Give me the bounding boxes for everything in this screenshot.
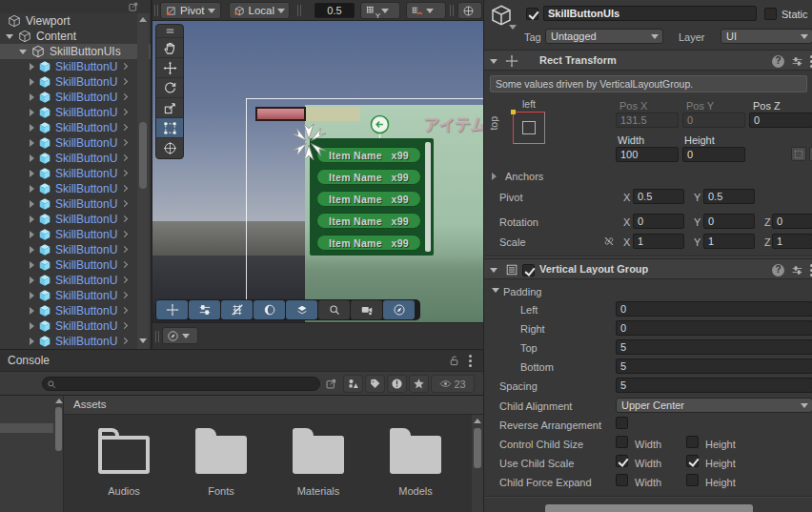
hierarchy-item-skillbutton[interactable]: SkillButtonU — [0, 74, 151, 90]
vertical-layout-group-header[interactable]: Vertical Layout Group — [484, 258, 812, 279]
anchor-preset-button[interactable] — [513, 112, 545, 144]
tag-icon[interactable] — [365, 375, 385, 393]
padding-bottom-field[interactable]: 5 — [616, 358, 812, 374]
width-field[interactable]: 100 — [616, 147, 679, 162]
foldout-icon[interactable] — [19, 50, 27, 54]
transform-tool-icon[interactable] — [156, 138, 183, 158]
hierarchy-item-skillbutton[interactable]: SkillButtonU — [0, 105, 151, 120]
item-list-scrollbar[interactable] — [425, 142, 431, 252]
prefab-arrow-icon[interactable] — [121, 322, 128, 329]
scene-camera-button[interactable] — [162, 327, 198, 344]
drag-handle[interactable] — [297, 5, 298, 16]
foldout-icon[interactable] — [30, 63, 34, 71]
prefab-arrow-icon[interactable] — [121, 124, 128, 131]
scroll-down-icon[interactable] — [139, 338, 147, 343]
gameobject-cube-icon[interactable] — [490, 4, 513, 27]
prefab-arrow-icon[interactable] — [121, 307, 128, 314]
back-button[interactable] — [370, 114, 390, 134]
lighting-icon[interactable] — [254, 300, 285, 319]
scale-tool-icon[interactable] — [156, 98, 183, 118]
child-alignment-dropdown[interactable]: Upper Center — [616, 398, 812, 413]
error-icon[interactable] — [387, 375, 407, 393]
project-folder-tree[interactable] — [0, 396, 53, 512]
hierarchy-item-skillbutton[interactable]: SkillButtonU — [0, 242, 151, 257]
lock-icon[interactable] — [448, 355, 460, 367]
force-width-checkbox[interactable] — [616, 474, 628, 486]
hierarchy-item-skillbutton[interactable]: SkillButtonU — [0, 257, 151, 273]
force-height-checkbox[interactable] — [686, 474, 699, 486]
scroll-up-icon[interactable] — [474, 419, 481, 423]
foldout-icon[interactable] — [30, 93, 34, 101]
console-search-input[interactable] — [42, 377, 320, 391]
reverse-arrangement-checkbox[interactable] — [616, 417, 628, 429]
prefab-arrow-icon[interactable] — [121, 185, 128, 192]
item-button[interactable]: Item Name x99 — [316, 191, 421, 207]
drag-handle[interactable] — [155, 331, 156, 342]
selected-folder-row[interactable] — [0, 423, 53, 433]
hand-tool-icon[interactable] — [156, 38, 183, 58]
help-icon[interactable] — [772, 55, 784, 68]
use-scale-height-checkbox[interactable] — [686, 455, 699, 467]
foldout-icon[interactable] — [30, 261, 34, 269]
prefab-arrow-icon[interactable] — [121, 338, 128, 344]
rotate-tool-icon[interactable] — [156, 78, 183, 98]
hierarchy-item-skillbuttonuis[interactable]: SkillButtonUIs — [0, 44, 151, 59]
foldout-icon[interactable] — [30, 322, 34, 330]
gizmo-toggle-button[interactable] — [457, 2, 482, 19]
foldout-icon[interactable] — [30, 200, 34, 208]
presets-icon[interactable] — [791, 264, 803, 276]
hierarchy-item-skillbutton[interactable]: SkillButtonU — [0, 303, 151, 318]
pivot-toggle-button[interactable]: Pivot — [160, 2, 221, 19]
hierarchy-item-skillbutton[interactable]: SkillButtonU — [0, 212, 151, 227]
scene-view[interactable]: アイテム Item Name x99 Item Name x99 Item Na… — [152, 0, 483, 349]
drag-handle[interactable] — [154, 5, 155, 16]
pos-z-field[interactable]: 0 — [749, 113, 812, 128]
move-tool-icon[interactable] — [156, 58, 183, 78]
hierarchy-scrollbar[interactable] — [137, 13, 149, 349]
shapes-filter-icon[interactable] — [343, 375, 363, 393]
item-button[interactable]: Item Name x99 — [316, 169, 421, 185]
pivot-x-field[interactable]: 0.5 — [633, 189, 684, 204]
foldout-icon[interactable] — [30, 78, 34, 86]
scale-z-field[interactable]: 1 — [772, 234, 812, 249]
hierarchy-item-skillbutton[interactable]: SkillButtonU — [0, 181, 151, 196]
prefab-arrow-icon[interactable] — [121, 276, 128, 283]
prefab-arrow-icon[interactable] — [121, 292, 128, 298]
prefab-arrow-icon[interactable] — [121, 78, 128, 85]
asset-folder[interactable]: Models — [388, 428, 443, 512]
local-toggle-button[interactable]: Local — [229, 2, 290, 19]
grid-visibility-icon[interactable] — [221, 300, 253, 319]
layers-icon[interactable] — [286, 300, 317, 319]
asset-folder[interactable]: Audios — [96, 428, 152, 512]
use-scale-width-checkbox[interactable] — [616, 455, 628, 467]
padding-foldout-icon[interactable] — [492, 288, 499, 293]
console-tab[interactable]: Console — [8, 354, 50, 367]
foldout-icon[interactable] — [30, 215, 34, 223]
gameobject-name-field[interactable]: SkillButtonUIs — [543, 6, 757, 21]
hierarchy-item-skillbutton[interactable]: SkillButtonU — [0, 288, 151, 303]
static-checkbox[interactable] — [764, 8, 777, 20]
foldout-icon[interactable] — [30, 338, 34, 345]
padding-left-field[interactable]: 0 — [616, 301, 812, 317]
hierarchy-item-viewport[interactable]: Viewport — [0, 13, 151, 29]
prefab-arrow-icon[interactable] — [121, 109, 128, 115]
foldout-icon[interactable] — [30, 307, 34, 315]
prefab-arrow-icon[interactable] — [121, 63, 128, 70]
item-button[interactable]: Item Name x99 — [316, 147, 421, 163]
foldout-icon[interactable] — [6, 34, 13, 39]
foldout-icon[interactable] — [30, 124, 34, 132]
rect-tool-icon[interactable] — [156, 118, 183, 138]
search-icon[interactable] — [318, 300, 350, 319]
scale-y-field[interactable]: 1 — [703, 234, 755, 249]
foldout-icon[interactable] — [30, 276, 34, 284]
camera-icon[interactable] — [351, 300, 382, 319]
scale-gizmo[interactable] — [288, 121, 330, 163]
anchors-foldout-icon[interactable] — [492, 173, 497, 180]
drag-handle[interactable] — [450, 5, 451, 16]
scale-x-field[interactable]: 1 — [633, 234, 684, 249]
snap-increment-field[interactable]: 0.5 — [315, 3, 355, 18]
foldout-icon[interactable] — [30, 185, 34, 193]
popout-icon[interactable] — [128, 1, 139, 12]
add-component-button[interactable] — [545, 504, 753, 512]
kebab-icon[interactable] — [469, 355, 472, 358]
